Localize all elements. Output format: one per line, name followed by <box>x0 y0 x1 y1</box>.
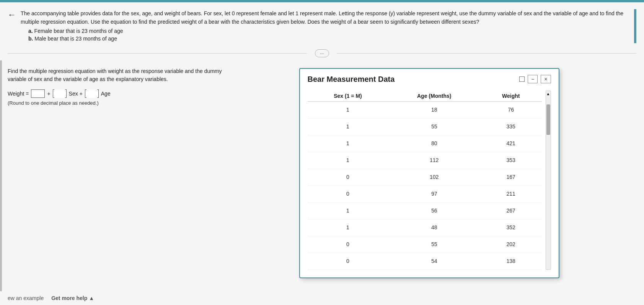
table-cell-0: 1 <box>308 118 388 135</box>
question-block: The accompanying table provides data for… <box>21 9 629 43</box>
table-cell-0: 0 <box>308 236 388 253</box>
table-row: 156267 <box>308 202 542 219</box>
sub-item-a: a. Female bear that is 23 months of age <box>28 28 629 34</box>
table-row: 11876 <box>308 101 542 118</box>
minimize-button[interactable]: − <box>528 75 538 83</box>
table-cell-2: 421 <box>480 135 542 152</box>
table-body: 1187615533518042111123530102167097211156… <box>308 101 542 269</box>
round-note: (Round to one decimal place as needed.) <box>8 100 230 106</box>
lower-section: Find the multiple regression equation wi… <box>0 60 644 305</box>
close-button[interactable]: × <box>541 75 551 83</box>
table-cell-2: 138 <box>480 253 542 269</box>
table-cell-2: 353 <box>480 152 542 169</box>
modal-title-bar: Bear Measurement Data − × <box>300 69 559 87</box>
col-weight: Weight <box>480 91 542 102</box>
table-cell-2: 202 <box>480 236 542 253</box>
table-cell-0: 1 <box>308 101 388 118</box>
table-cell-2: 335 <box>480 118 542 135</box>
question-header: ← The accompanying table provides data f… <box>0 2 644 48</box>
table-row: 055202 <box>308 236 542 253</box>
table-row: 155335 <box>308 118 542 135</box>
right-border-indicator <box>634 9 636 43</box>
table-cell-0: 0 <box>308 185 388 202</box>
table-cell-0: 0 <box>308 169 388 185</box>
plus-label-1: + <box>47 91 50 97</box>
table-cell-1: 97 <box>388 185 480 202</box>
age-label: Age <box>101 91 111 97</box>
table-row: 097211 <box>308 185 542 202</box>
table-cell-1: 54 <box>388 253 480 269</box>
left-border <box>0 60 2 305</box>
modal-window: Bear Measurement Data − × Sex (1 = M) <box>299 68 559 278</box>
age-coefficient-input-wrapper <box>85 89 99 98</box>
table-cell-1: 102 <box>388 169 480 185</box>
get-more-help-link[interactable]: Get more help ▲ <box>51 295 94 301</box>
equation-row: Weight = + Sex + Age <box>8 89 230 98</box>
weight-label: Weight = <box>8 91 29 97</box>
scrollbar-thumb[interactable] <box>546 104 550 135</box>
sex-coefficient-input-wrapper <box>53 89 67 98</box>
table-cell-0: 1 <box>308 152 388 169</box>
table-row: 054138 <box>308 253 542 269</box>
col-sex: Sex (1 = M) <box>308 91 388 102</box>
divider-line-right <box>337 53 636 54</box>
left-panel: Find the multiple regression equation wi… <box>0 60 237 305</box>
table-cell-2: 76 <box>480 101 542 118</box>
col-age: Age (Months) <box>388 91 480 102</box>
table-header-row: Sex (1 = M) Age (Months) Weight <box>308 91 542 102</box>
table-row: 180421 <box>308 135 542 152</box>
sex-coefficient-input[interactable] <box>54 89 65 98</box>
table-cell-2: 167 <box>480 169 542 185</box>
divider-row: ··· <box>0 48 644 60</box>
question-text: The accompanying table provides data for… <box>21 9 629 26</box>
scrollbar-track[interactable]: ▲ <box>546 91 551 270</box>
modal-controls: − × <box>518 75 551 83</box>
weight-intercept-input[interactable] <box>31 89 45 98</box>
find-equation-text: Find the multiple regression equation wi… <box>8 67 230 83</box>
table-cell-2: 211 <box>480 185 542 202</box>
view-example-link[interactable]: ew an example <box>8 295 44 301</box>
main-container: ← The accompanying table provides data f… <box>0 0 644 305</box>
content-area: ← The accompanying table provides data f… <box>0 2 644 305</box>
sub-items: a. Female bear that is 23 months of age … <box>21 28 629 42</box>
table-cell-1: 80 <box>388 135 480 152</box>
table-cell-1: 55 <box>388 236 480 253</box>
data-table: Sex (1 = M) Age (Months) Weight 11876155… <box>308 91 542 270</box>
scrollbar-arrow-up[interactable]: ▲ <box>546 91 551 97</box>
back-icon[interactable]: ← <box>8 10 16 20</box>
table-row: 148352 <box>308 219 542 236</box>
table-cell-2: 267 <box>480 202 542 219</box>
table-cell-1: 55 <box>388 118 480 135</box>
resize-icon[interactable] <box>519 76 525 82</box>
table-cell-0: 1 <box>308 135 388 152</box>
table-cell-1: 48 <box>388 219 480 236</box>
sub-item-b: b. Male bear that is 23 months of age <box>28 36 629 42</box>
table-cell-2: 352 <box>480 219 542 236</box>
table-cell-1: 112 <box>388 152 480 169</box>
table-cell-1: 56 <box>388 202 480 219</box>
bottom-footer: ew an example Get more help ▲ <box>0 291 237 305</box>
sex-label: Sex + <box>69 91 83 97</box>
age-coefficient-input[interactable] <box>86 89 97 98</box>
table-cell-0: 0 <box>308 253 388 269</box>
table-row: 1112353 <box>308 152 542 169</box>
table-container: Sex (1 = M) Age (Months) Weight 11876155… <box>300 87 559 277</box>
table-row: 0102167 <box>308 169 542 185</box>
modal-title: Bear Measurement Data <box>308 75 395 84</box>
table-cell-1: 18 <box>388 101 480 118</box>
table-cell-0: 1 <box>308 219 388 236</box>
divider-button[interactable]: ··· <box>315 49 329 57</box>
table-cell-0: 1 <box>308 202 388 219</box>
modal-overlay: Bear Measurement Data − × Sex (1 = M) <box>222 60 644 305</box>
divider-line-left <box>8 53 307 54</box>
